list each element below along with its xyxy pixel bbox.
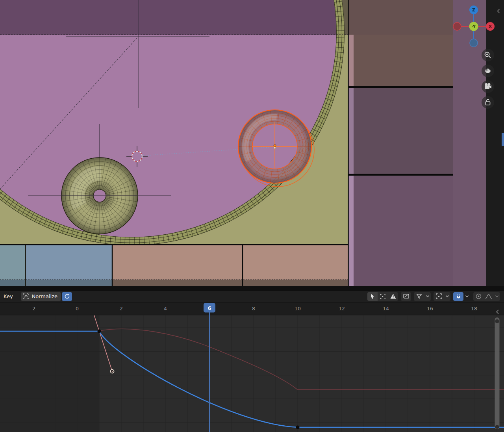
ruler-tick-label: 18 (471, 306, 477, 311)
gizmo-neg-x-ball[interactable] (453, 22, 461, 30)
bottom-block-teal-dark (0, 280, 25, 286)
filter-chevron-icon[interactable] (424, 292, 431, 301)
display-mode-icon[interactable] (401, 292, 411, 301)
ruler-tick-label: 10 (295, 306, 301, 311)
bottom-block-blue-dark (26, 280, 112, 286)
pivot-point-icon[interactable] (434, 292, 444, 301)
top-shaded-band (0, 0, 348, 35)
scrollbar-track[interactable] (495, 317, 500, 429)
gizmo-x-label: X (489, 24, 492, 29)
median-point-dot (274, 147, 276, 149)
falloff-curve-icon[interactable] (484, 292, 494, 301)
bottom-block-teal (0, 245, 25, 280)
tool-group (367, 292, 398, 301)
proportional-edit-icon[interactable] (473, 292, 484, 301)
keyframe-handle-dot (112, 371, 113, 372)
box-select-icon[interactable] (378, 292, 388, 301)
falloff-chevron-icon[interactable] (494, 292, 500, 301)
ruler-tick-label: 14 (383, 306, 389, 311)
bottom-block-tan-2 (243, 245, 348, 280)
right-panel-bottom (348, 176, 453, 286)
filter-group (414, 292, 431, 301)
keyframe-point[interactable] (296, 426, 300, 429)
ruler-tick-label: 2 (120, 306, 123, 311)
viewport-3d[interactable]: ZX-Y (0, 0, 504, 290)
ruler-tick-label: 16 (427, 306, 433, 311)
graph-scrollbar[interactable] (495, 317, 500, 429)
right-panel-mid (348, 88, 453, 174)
scrollbar-handle-bottom[interactable] (495, 425, 499, 429)
pivot-chevron-icon[interactable] (444, 292, 450, 301)
show-errors-icon[interactable] (388, 292, 398, 301)
current-frame-label: 6 (208, 305, 211, 311)
scrollbar-handle-top[interactable] (495, 319, 499, 323)
viewport-canvas[interactable]: ZX-Y (0, 0, 504, 290)
nav-icon-bg (482, 96, 494, 109)
ruler-tick-label: 8 (252, 306, 255, 311)
gizmo-neg-z-ball[interactable] (470, 39, 478, 47)
camera-strip-bottom (348, 176, 354, 286)
keyframe-point[interactable] (98, 330, 101, 333)
ruler-tick-label: 0 (76, 306, 79, 311)
graph-canvas[interactable]: -202481012141618 6 (0, 302, 504, 432)
menu-key[interactable]: Key (0, 293, 18, 299)
camera-strip-mid (348, 88, 354, 174)
tweak-tool-icon[interactable] (367, 292, 378, 301)
graph-editor[interactable]: -202481012141618 6 (0, 302, 504, 432)
snapping-magnet-icon[interactable] (453, 292, 463, 301)
blender-window: ZX-Y Key Normalize (0, 0, 504, 432)
gizmo-neg-y-label: -Y (472, 24, 476, 29)
nav-icon-bg (482, 49, 494, 61)
ruler-tick-label: 4 (164, 306, 167, 311)
normalize-button[interactable]: Normalize (21, 292, 61, 301)
viewport-bottom-edge (0, 286, 504, 290)
bottom-block-tan-1 (113, 245, 242, 280)
sidebar-dark (486, 0, 504, 290)
auto-normalize-refresh-button[interactable] (62, 292, 72, 301)
gizmo-z-label: Z (472, 7, 475, 13)
ruler-tick-label: 12 (339, 306, 345, 311)
snapping-chevron-icon[interactable] (463, 292, 471, 301)
bottom-block-tan-2-dark (243, 280, 348, 286)
camera-strip-top (348, 35, 354, 86)
proportional-group (473, 292, 500, 301)
normalize-icon (21, 292, 31, 301)
right-panel-top-shade (348, 0, 453, 35)
bottom-block-tan-1-dark (113, 280, 242, 286)
graph-out-of-range (0, 315, 99, 432)
pivot-group (434, 292, 450, 301)
filter-icon[interactable] (414, 292, 424, 301)
object-origin-dot (274, 145, 276, 147)
bottom-block-blue (26, 245, 112, 280)
graph-editor-header: Key Normalize (0, 290, 504, 302)
normalize-label: Normalize (31, 293, 61, 299)
edge-scroll-indicator[interactable] (502, 133, 504, 146)
ruler-tick-label: -2 (31, 306, 35, 311)
